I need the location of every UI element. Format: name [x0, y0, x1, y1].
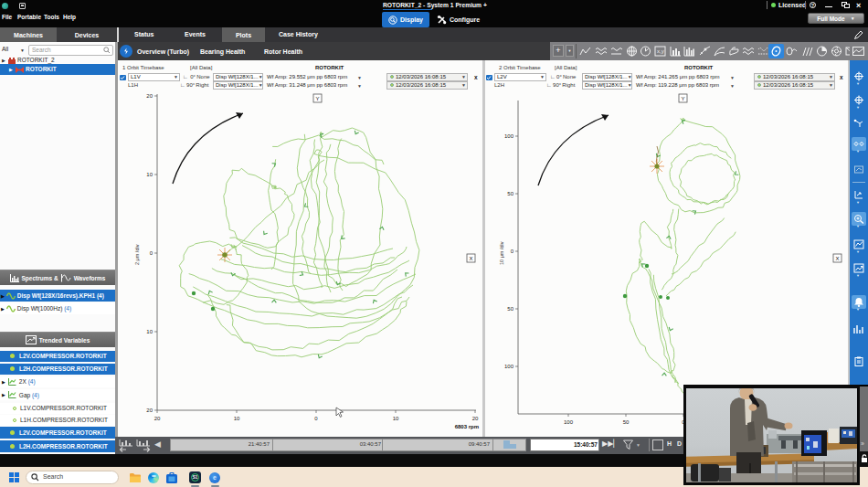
svg-text:50: 50 [507, 191, 513, 196]
svg-text:Y: Y [681, 96, 684, 101]
svg-text:X: X [469, 256, 472, 261]
svg-text:20: 20 [154, 416, 161, 421]
svg-text:100: 100 [504, 133, 514, 139]
svg-text:10: 10 [146, 172, 153, 177]
svg-text:20: 20 [472, 416, 479, 421]
svg-text:50: 50 [623, 419, 630, 425]
svg-text:2 μm /div: 2 μm /div [134, 244, 140, 265]
svg-text:100: 100 [564, 419, 574, 425]
svg-text:20: 20 [146, 408, 153, 413]
svg-text:x,y: x,y [657, 48, 664, 54]
svg-text:10: 10 [393, 416, 399, 421]
svg-text:X: X [835, 256, 839, 261]
svg-text:0: 0 [150, 250, 153, 256]
svg-text:20: 20 [146, 93, 153, 99]
svg-text:10 μm /div: 10 μm /div [499, 241, 504, 265]
svg-text:6803 rpm: 6803 rpm [455, 424, 479, 429]
svg-text:50: 50 [507, 306, 513, 312]
svg-text:Y: Y [315, 96, 319, 101]
svg-text:100: 100 [504, 364, 514, 369]
svg-text:10: 10 [146, 329, 153, 334]
svg-text:10: 10 [234, 416, 240, 421]
svg-text:0: 0 [511, 249, 514, 254]
svg-text:0: 0 [314, 416, 318, 421]
